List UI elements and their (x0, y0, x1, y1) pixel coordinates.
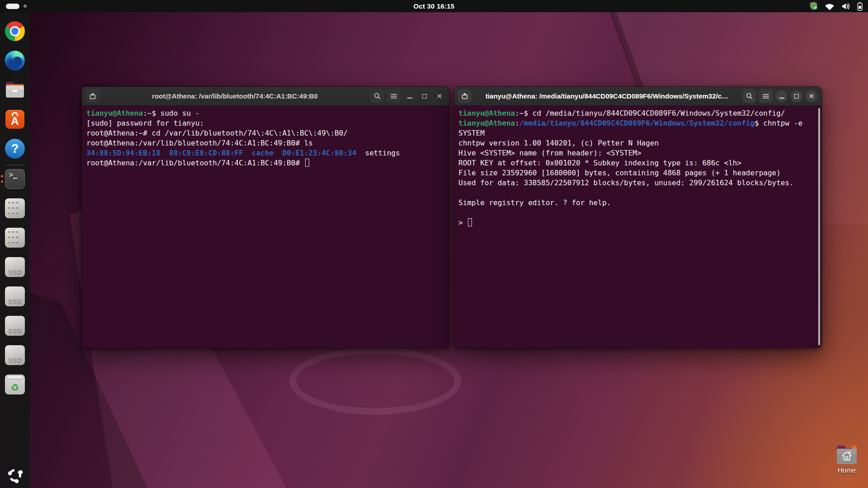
recycle-symbol: ♻ (11, 381, 19, 394)
desktop-icon-home[interactable]: Home (830, 444, 863, 474)
new-tab-button[interactable] (86, 89, 99, 103)
dock-item-trash[interactable]: ♻ (4, 374, 26, 395)
close-icon: ✕ (437, 93, 443, 99)
terminal-cursor (468, 218, 472, 226)
search-button[interactable] (742, 89, 756, 103)
running-indicator (1, 175, 3, 183)
top-bar: Oct 30 16:15 (0, 0, 868, 12)
terminal-window-chntpw: tianyu@Athena: /media/tianyu/844CD09C4CD… (453, 86, 822, 348)
volume-icon[interactable] (841, 2, 850, 10)
dock-item-drive-2[interactable] (4, 227, 26, 249)
maximize-icon (422, 94, 427, 99)
bag-letter: A (11, 115, 19, 127)
ssd-label: SSD (8, 327, 22, 336)
window-title: tianyu@Athena: /media/tianyu/844CD09C4CD… (475, 92, 739, 100)
dock-item-ssd-2[interactable]: SSD (4, 286, 26, 307)
harddrive-icon (5, 228, 25, 248)
wallpaper-swirl (289, 347, 461, 415)
ssd-drive-icon: SSD (5, 257, 25, 277)
dock-item-terminal[interactable]: >_ (4, 168, 26, 190)
wifi-icon[interactable] (825, 2, 835, 10)
minimize-icon (779, 98, 784, 99)
titlebar[interactable]: tianyu@Athena: /media/tianyu/844CD09C4CD… (454, 87, 821, 106)
new-tab-icon (461, 93, 468, 100)
dock: A ? >_ SSD SSD SSD SSD (0, 12, 30, 488)
dock-item-ubuntu-software[interactable]: A (4, 108, 26, 130)
maximize-button[interactable] (419, 90, 430, 102)
hamburger-icon (763, 94, 769, 99)
window-title: root@Athena: /var/lib/bluetooth/74:4C:A1… (103, 92, 367, 100)
files-icon (5, 81, 25, 99)
dock-item-edge[interactable] (4, 50, 26, 71)
close-button[interactable]: ✕ (434, 90, 445, 102)
terminal-icon: >_ (5, 169, 25, 189)
dock-item-show-apps[interactable] (4, 465, 26, 486)
hamburger-icon (391, 94, 397, 99)
close-button[interactable]: ✕ (806, 90, 817, 102)
minimize-button[interactable] (404, 90, 415, 102)
search-button[interactable] (370, 89, 384, 103)
dock-item-files[interactable] (4, 79, 26, 101)
new-tab-button[interactable] (458, 89, 472, 103)
ubuntu-software-icon: A (5, 110, 24, 129)
trash-lid (7, 375, 23, 380)
harddrive-icon (5, 198, 25, 218)
shield-check-icon[interactable] (809, 1, 818, 11)
home-folder-icon (835, 444, 859, 465)
search-icon (746, 93, 753, 99)
system-tray[interactable] (809, 0, 863, 12)
terminal-output[interactable]: tianyu@Athena:~$ sudo su -[sudo] passwor… (82, 106, 449, 348)
home-label: Home (838, 466, 856, 474)
ssd-label: SSD (8, 297, 22, 306)
battery-icon[interactable] (857, 2, 863, 11)
ssd-drive-icon: SSD (5, 316, 25, 336)
titlebar[interactable]: root@Athena: /var/lib/bluetooth/74:4C:A1… (82, 87, 449, 106)
minimize-button[interactable] (776, 90, 788, 102)
search-icon (374, 93, 381, 99)
minimize-icon (407, 98, 412, 99)
ssd-drive-icon: SSD (5, 286, 25, 306)
maximize-icon (794, 94, 799, 99)
new-tab-icon (89, 93, 96, 100)
ssd-drive-icon: SSD (5, 345, 25, 365)
maximize-button[interactable] (791, 90, 802, 102)
show-apps-ubuntu-icon (6, 466, 24, 484)
scrollbar[interactable] (818, 108, 820, 345)
dock-item-ssd-3[interactable]: SSD (4, 315, 26, 337)
ssd-label: SSD (8, 268, 22, 277)
menu-button[interactable] (759, 89, 773, 103)
dock-item-chrome[interactable] (4, 20, 26, 42)
terminal-window-bluetooth: root@Athena: /var/lib/bluetooth/74:4C:A1… (81, 86, 450, 348)
dock-item-ssd-1[interactable]: SSD (4, 256, 26, 278)
dock-item-drive-1[interactable] (4, 197, 26, 219)
dock-separator (5, 165, 24, 165)
edge-icon (5, 51, 25, 70)
bag-handle (12, 112, 18, 116)
chrome-icon (5, 21, 25, 41)
close-icon: ✕ (809, 93, 815, 99)
dock-item-ssd-4[interactable]: SSD (4, 344, 26, 366)
help-icon: ? (5, 139, 25, 159)
ssd-label: SSD (8, 356, 22, 365)
terminal-output[interactable]: tianyu@Athena:~$ cd /media/tianyu/844CD0… (454, 106, 821, 348)
menu-button[interactable] (387, 89, 401, 103)
trash-icon: ♻ (5, 375, 25, 394)
clock[interactable]: Oct 30 16:15 (0, 2, 868, 10)
dock-item-help[interactable]: ? (4, 138, 26, 160)
terminal-cursor (305, 159, 309, 167)
